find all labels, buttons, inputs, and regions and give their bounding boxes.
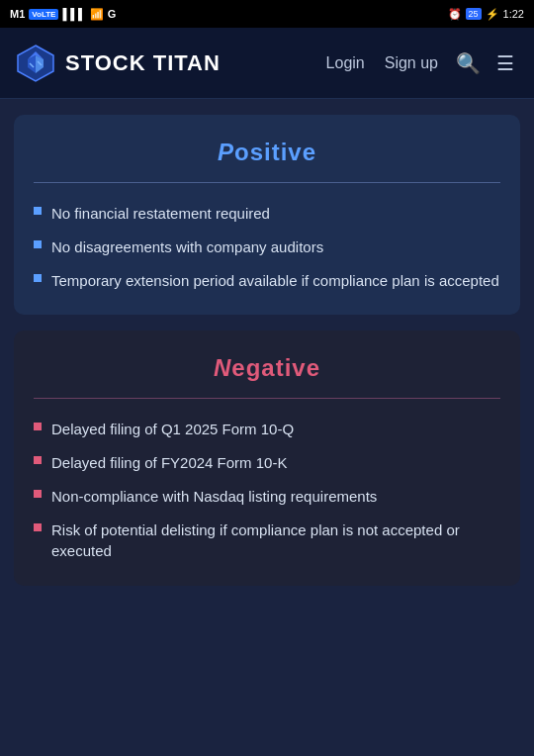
bullet-icon [34, 423, 42, 430]
negative-item-2: Delayed filing of FY2024 Form 10-K [51, 452, 287, 474]
volte-badge: VoLTE [29, 9, 58, 20]
status-left: M1 VoLTE ▌▌▌ 📶 G [10, 8, 116, 21]
logo-icon [16, 44, 55, 83]
time-display: 1:22 [503, 8, 524, 20]
bullet-icon [34, 274, 42, 282]
wifi-icon: 📶 [90, 8, 104, 21]
list-item: Temporary extension period available if … [34, 270, 500, 292]
main-content: Positive No financial restatement requir… [0, 99, 534, 602]
list-item: No financial restatement required [34, 203, 500, 225]
bullet-icon [34, 207, 42, 215]
negative-item-1: Delayed filing of Q1 2025 Form 10-Q [51, 419, 294, 440]
positive-item-2: No disagreements with company auditors [51, 236, 323, 258]
signal-icon: ▌▌▌ [62, 8, 85, 20]
list-item: Delayed filing of Q1 2025 Form 10-Q [34, 419, 500, 440]
menu-icon[interactable]: ☰ [492, 47, 518, 79]
negative-item-3: Non-compliance with Nasdaq listing requi… [51, 486, 377, 508]
positive-divider [34, 182, 500, 183]
login-link[interactable]: Login [320, 50, 371, 76]
negative-title-first: N [214, 354, 231, 381]
negative-list: Delayed filing of Q1 2025 Form 10-Q Dela… [34, 419, 500, 562]
nav-links: Login Sign up 🔍 ☰ [320, 47, 518, 79]
bullet-icon [34, 523, 42, 531]
negative-divider [34, 398, 500, 399]
positive-title: Positive [34, 139, 500, 166]
g-icon: G [108, 8, 117, 20]
positive-item-3: Temporary extension period available if … [51, 270, 499, 292]
battery-level: 25 [466, 8, 482, 20]
logo-area: STOCK TITAN [16, 44, 221, 83]
list-item: Risk of potential delisting if complianc… [34, 520, 500, 563]
navbar: STOCK TITAN Login Sign up 🔍 ☰ [0, 28, 534, 99]
signup-link[interactable]: Sign up [379, 50, 444, 76]
bolt-icon: ⚡ [486, 8, 499, 21]
bullet-icon [34, 456, 42, 464]
positive-card: Positive No financial restatement requir… [14, 115, 520, 315]
carrier-label: M1 [10, 8, 25, 20]
positive-title-rest: ositive [234, 139, 316, 165]
status-bar: M1 VoLTE ▌▌▌ 📶 G ⏰ 25 ⚡ 1:22 [0, 0, 534, 28]
positive-list: No financial restatement required No dis… [34, 203, 500, 291]
list-item: Delayed filing of FY2024 Form 10-K [34, 452, 500, 474]
alarm-icon: ⏰ [448, 8, 462, 21]
list-item: Non-compliance with Nasdaq listing requi… [34, 486, 500, 508]
bullet-icon [34, 490, 42, 498]
bullet-icon [34, 240, 42, 248]
negative-title-rest: egative [231, 354, 320, 381]
status-right: ⏰ 25 ⚡ 1:22 [448, 8, 524, 21]
negative-card: Negative Delayed filing of Q1 2025 Form … [14, 331, 520, 586]
list-item: No disagreements with company auditors [34, 236, 500, 258]
search-icon[interactable]: 🔍 [452, 47, 485, 79]
positive-title-first: P [218, 139, 234, 165]
negative-title: Negative [34, 354, 500, 382]
logo-text: STOCK TITAN [65, 50, 221, 76]
positive-item-1: No financial restatement required [51, 203, 270, 225]
negative-item-4: Risk of potential delisting if complianc… [51, 520, 500, 563]
